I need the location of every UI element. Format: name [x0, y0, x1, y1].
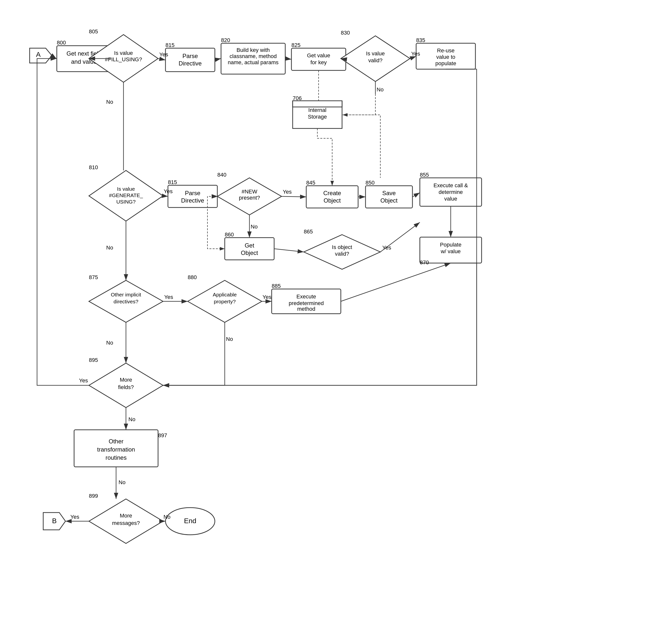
- label-gen-1: Is value: [117, 186, 135, 192]
- label-trans-2: transformation: [97, 446, 135, 453]
- ref-899: 899: [89, 493, 98, 499]
- label-parse1-1: Parse: [183, 53, 198, 59]
- ref-815b: 815: [168, 179, 177, 185]
- ref-895: 895: [89, 357, 98, 363]
- label-yes-new: Yes: [283, 189, 292, 195]
- label-valid-2: valid?: [368, 57, 382, 63]
- label-build-2: classname, method: [230, 53, 277, 59]
- label-storage-2: Storage: [308, 114, 327, 120]
- label-yes-msgs: Yes: [70, 514, 79, 520]
- label-create-1: Create: [323, 190, 341, 196]
- label-yes-objvalid: Yes: [382, 245, 391, 251]
- label-no-transform: No: [118, 479, 125, 485]
- label-gen-2: #GENERATE_: [109, 193, 143, 198]
- label-B: B: [52, 517, 57, 525]
- label-getval-2: for key: [310, 59, 327, 65]
- label-appl-2: property?: [214, 299, 236, 304]
- label-reuse-1: Re-use: [437, 47, 455, 54]
- label-appl-1: Applicable: [213, 292, 237, 297]
- label-msgs-1: More: [120, 513, 132, 519]
- label-new-1: #NEW: [242, 189, 257, 195]
- label-valid-1: Is value: [366, 50, 385, 57]
- ref-815a: 815: [165, 42, 174, 48]
- ref-860: 860: [225, 231, 234, 238]
- node-storage-top: [293, 101, 342, 107]
- label-parse1-2: Directive: [178, 60, 202, 67]
- label-yes-fill: Yes: [159, 51, 168, 58]
- label-fill-2: #FILL_USING?: [105, 56, 142, 62]
- node-save: [365, 186, 412, 208]
- label-no-new: No: [251, 223, 258, 230]
- label-execm-2: predetermined: [289, 300, 324, 306]
- label-parse2-2: Directive: [181, 197, 204, 204]
- label-no-impl: No: [106, 340, 113, 346]
- label-execm-1: Execute: [296, 294, 316, 300]
- ref-830: 830: [341, 30, 350, 36]
- ref-855: 855: [420, 172, 429, 178]
- label-pop-1: Populate: [440, 242, 462, 248]
- ref-825: 825: [292, 42, 301, 48]
- ref-870: 870: [420, 259, 429, 265]
- label-getobj-2: Object: [241, 250, 258, 256]
- label-reuse-2: value to: [436, 54, 455, 60]
- label-trans-1: Other: [109, 438, 123, 445]
- label-save-2: Object: [380, 197, 398, 204]
- ref-845: 845: [306, 179, 315, 186]
- label-yes-fields: Yes: [79, 377, 88, 383]
- label-new-2: present?: [239, 195, 260, 201]
- ref-897: 897: [158, 432, 167, 438]
- label-no-msgs: No: [163, 514, 170, 520]
- node-get-obj: [225, 238, 274, 260]
- label-execm-3: method: [297, 306, 315, 312]
- label-A: A: [36, 51, 41, 58]
- ref-865: 865: [304, 228, 313, 235]
- ref-875: 875: [89, 274, 98, 280]
- label-exec-1: Execute call &: [433, 182, 468, 189]
- label-yes-appl: Yes: [263, 294, 271, 300]
- label-objvalid-2: valid?: [335, 251, 349, 257]
- ref-835: 835: [416, 37, 425, 43]
- flowchart-container: A Get next field and value 800 Is value …: [0, 0, 672, 620]
- ref-805: 805: [89, 29, 98, 35]
- label-fields-2: fields?: [118, 384, 134, 390]
- ref-840: 840: [217, 172, 226, 178]
- label-impl-2: directives?: [114, 299, 138, 304]
- label-getval-1: Get value: [307, 52, 330, 58]
- ref-880: 880: [188, 274, 197, 280]
- label-trans-3: routines: [105, 454, 126, 461]
- label-gen-3: USING?: [116, 199, 136, 205]
- label-storage-1: Internal: [308, 107, 326, 113]
- label-objvalid-1: Is object: [332, 244, 352, 250]
- label-impl-1: Other implicit: [111, 292, 141, 297]
- label-yes-gen: Yes: [164, 188, 173, 194]
- label-yes-valid: Yes: [411, 51, 420, 57]
- label-pop-2: w/ value: [441, 248, 461, 254]
- ref-885: 885: [272, 283, 281, 289]
- label-no-appl: No: [226, 336, 233, 342]
- label-end: End: [184, 517, 196, 525]
- label-msgs-2: messages?: [112, 520, 140, 526]
- label-save-1: Save: [382, 190, 396, 196]
- ref-800: 800: [57, 40, 66, 46]
- label-create-2: Object: [323, 197, 341, 204]
- ref-810: 810: [89, 164, 98, 170]
- label-no-valid: No: [377, 87, 383, 93]
- label-fields-1: More: [120, 377, 132, 383]
- ref-850: 850: [365, 179, 375, 186]
- ref-706: 706: [293, 95, 302, 101]
- label-no-fields: No: [128, 416, 135, 422]
- label-no-fill: No: [106, 99, 113, 105]
- label-exec-2: determine: [438, 189, 463, 195]
- node-create: [306, 186, 358, 208]
- label-exec-3: value: [444, 196, 457, 202]
- flowchart-svg: A Get next field and value 800 Is value …: [0, 0, 672, 620]
- label-reuse-3: populate: [435, 60, 456, 66]
- label-yes-impl: Yes: [164, 294, 173, 300]
- label-parse2-1: Parse: [185, 190, 201, 196]
- ref-820: 820: [221, 37, 230, 43]
- label-build-3: name, actual params: [228, 59, 278, 65]
- label-getobj-1: Get: [245, 242, 254, 249]
- label-fill-1: Is value: [114, 50, 133, 56]
- label-no-gen: No: [106, 245, 113, 251]
- label-build-1: Build key with: [237, 47, 270, 53]
